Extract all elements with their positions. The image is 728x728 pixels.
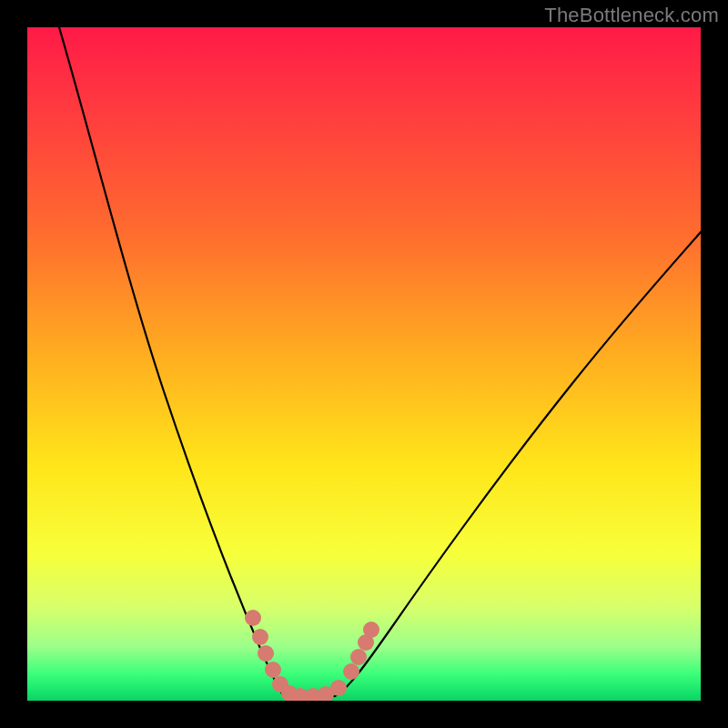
svg-point-11	[350, 649, 367, 665]
svg-point-9	[330, 680, 347, 696]
svg-point-3	[265, 662, 281, 678]
svg-point-1	[252, 629, 268, 645]
curve-right-branch	[335, 232, 701, 696]
svg-point-2	[258, 645, 274, 662]
watermark-text: TheBottleneck.com	[544, 4, 719, 27]
bottleneck-curve	[27, 27, 701, 701]
svg-point-0	[245, 610, 261, 626]
chart-frame: TheBottleneck.com	[0, 0, 728, 728]
svg-point-10	[343, 663, 359, 680]
curve-markers	[245, 610, 379, 701]
svg-point-13	[363, 622, 379, 638]
plot-area	[27, 27, 701, 701]
curve-left-branch	[59, 27, 284, 696]
